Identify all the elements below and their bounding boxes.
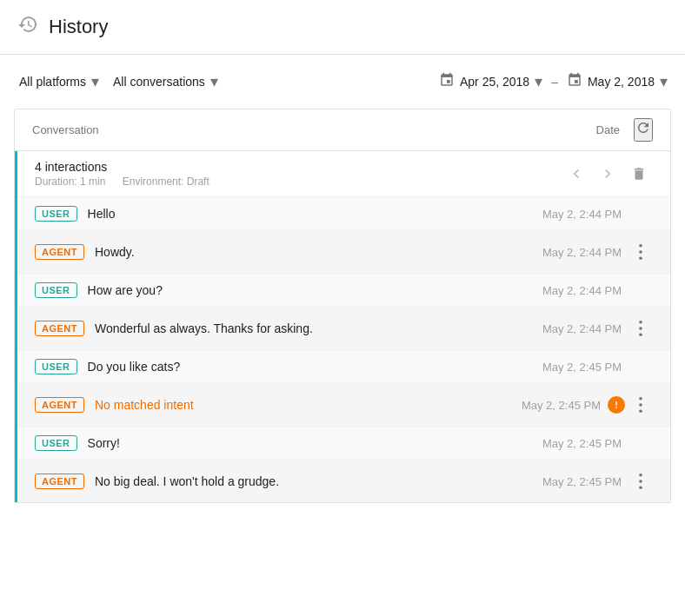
table-container: Conversation Date 4 interactions Duratio… xyxy=(14,109,671,503)
message-date: May 2, 2:45 PM xyxy=(522,399,601,412)
svg-point-11 xyxy=(639,486,642,489)
message-row: USER Sorry! May 2, 2:45 PM xyxy=(17,426,670,460)
message-date: May 2, 2:45 PM xyxy=(542,475,622,488)
badge-agent: AGENT xyxy=(35,474,84,489)
page-title: History xyxy=(49,16,108,38)
group-environment: Environment: Draft xyxy=(123,176,209,188)
message-text: Do you like cats? xyxy=(88,360,542,374)
refresh-button[interactable] xyxy=(634,118,653,142)
badge-agent: AGENT xyxy=(35,321,84,336)
col-conversation-header: Conversation xyxy=(32,123,596,136)
message-text: How are you? xyxy=(88,283,542,297)
message-date: May 2, 2:45 PM xyxy=(542,437,622,450)
message-text: Howdy. xyxy=(95,245,542,259)
conversations-filter[interactable]: All conversations ▾ xyxy=(111,69,220,95)
prev-button[interactable] xyxy=(562,160,590,188)
message-row: USER Do you like cats? May 2, 2:45 PM xyxy=(17,349,670,383)
group-meta: Duration: 1 min Environment: Draft xyxy=(35,176,562,188)
calendar-from-icon xyxy=(439,72,455,92)
date-to-picker[interactable]: May 2, 2018 ▾ xyxy=(567,72,668,92)
group-info: 4 interactions Duration: 1 min Environme… xyxy=(35,160,562,188)
svg-point-0 xyxy=(639,244,642,248)
svg-point-8 xyxy=(639,409,642,413)
date-from-picker[interactable]: Apr 25, 2018 ▾ xyxy=(439,72,542,92)
svg-point-4 xyxy=(639,327,642,330)
svg-point-5 xyxy=(639,333,642,336)
badge-agent: AGENT xyxy=(35,397,84,413)
message-date: May 2, 2:45 PM xyxy=(542,361,622,374)
message-text: No matched intent xyxy=(95,398,522,412)
calendar-to-icon xyxy=(567,72,582,92)
delete-button[interactable] xyxy=(625,160,653,188)
group-title: 4 interactions xyxy=(35,160,562,174)
badge-user: USER xyxy=(35,359,77,374)
history-icon xyxy=(17,14,38,40)
filters-row: All platforms ▾ All conversations ▾ Apr … xyxy=(0,55,685,109)
warning-icon: ! xyxy=(608,396,625,414)
svg-point-7 xyxy=(639,403,642,407)
message-date: May 2, 2:44 PM xyxy=(542,246,622,259)
table-header: Conversation Date xyxy=(15,109,670,151)
badge-agent: AGENT xyxy=(35,244,84,260)
message-row: AGENT Howdy. May 2, 2:44 PM xyxy=(17,230,670,273)
message-row: AGENT Wonderful as always. Thanks for as… xyxy=(17,307,670,349)
message-row: AGENT No big deal. I won't hold a grudge… xyxy=(17,460,670,502)
page-header: History xyxy=(0,0,685,55)
svg-point-10 xyxy=(639,480,642,483)
message-date: May 2, 2:44 PM xyxy=(542,322,622,335)
message-text: No big deal. I won't hold a grudge. xyxy=(95,474,542,488)
message-row: USER Hello May 2, 2:44 PM xyxy=(17,196,670,230)
date-to-chevron-icon: ▾ xyxy=(660,72,668,91)
more-options-button[interactable] xyxy=(628,469,653,493)
svg-point-1 xyxy=(639,250,642,254)
message-row: USER How are you? May 2, 2:44 PM xyxy=(17,273,670,307)
svg-point-9 xyxy=(639,474,642,477)
message-text: Hello xyxy=(88,207,542,221)
more-options-button[interactable] xyxy=(628,240,653,264)
svg-point-3 xyxy=(639,321,642,324)
more-options-button[interactable] xyxy=(628,316,653,341)
message-date: May 2, 2:44 PM xyxy=(542,208,622,221)
col-date-header: Date xyxy=(596,123,620,136)
date-to-value: May 2, 2018 xyxy=(588,75,655,89)
group-header: 4 interactions Duration: 1 min Environme… xyxy=(17,151,670,196)
next-button[interactable] xyxy=(594,160,622,188)
message-row: AGENT No matched intent May 2, 2:45 PM! xyxy=(17,383,670,426)
message-date: May 2, 2:44 PM xyxy=(542,284,622,297)
message-text: Wonderful as always. Thanks for asking. xyxy=(95,321,542,335)
group-duration: Duration: 1 min xyxy=(35,176,105,188)
badge-user: USER xyxy=(35,282,77,298)
messages-container: USER Hello May 2, 2:44 PM AGENT Howdy. M… xyxy=(17,196,670,502)
conversations-filter-label: All conversations xyxy=(113,75,205,89)
date-separator: – xyxy=(551,75,558,89)
date-range: Apr 25, 2018 ▾ – May 2, 2018 ▾ xyxy=(439,72,668,92)
date-from-chevron-icon: ▾ xyxy=(535,72,542,91)
badge-user: USER xyxy=(35,206,77,222)
badge-user: USER xyxy=(35,435,77,451)
conversation-group: 4 interactions Duration: 1 min Environme… xyxy=(15,151,670,502)
date-from-value: Apr 25, 2018 xyxy=(460,75,529,89)
message-text: Sorry! xyxy=(88,436,542,450)
platform-filter[interactable]: All platforms ▾ xyxy=(17,69,101,95)
svg-point-2 xyxy=(639,256,642,260)
svg-point-6 xyxy=(639,397,642,401)
platform-chevron-icon: ▾ xyxy=(91,72,99,91)
group-nav xyxy=(562,160,653,188)
conversations-chevron-icon: ▾ xyxy=(210,72,218,91)
more-options-button[interactable] xyxy=(628,393,653,417)
platform-filter-label: All platforms xyxy=(19,75,86,89)
